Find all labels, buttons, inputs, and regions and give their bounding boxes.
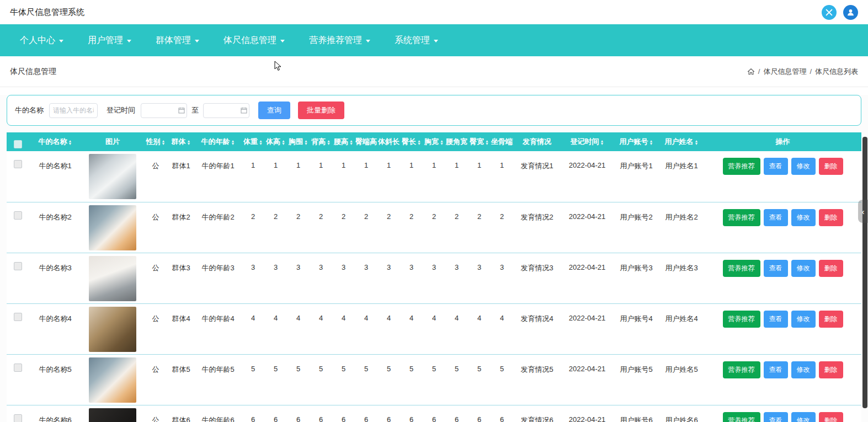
row-checkbox[interactable]: [14, 364, 22, 372]
data-table: 牛的名称▲▼图片性别▲▼群体▲▼牛的年龄▲▼体重▲▼体高▲▼胸围▲▼背高▲▼腰高…: [7, 132, 861, 422]
edit-button[interactable]: 修改: [791, 412, 816, 422]
column-header-ischium-end-width[interactable]: 坐骨端宽▲▼: [491, 132, 513, 151]
column-header-rump-length[interactable]: 臀长▲▼: [400, 132, 423, 151]
column-header-user-name[interactable]: 用户姓名▲▼: [659, 132, 704, 151]
delete-button[interactable]: 删除: [819, 260, 843, 277]
sort-icon[interactable]: ▲▼: [162, 140, 166, 145]
column-header-label: 胸宽: [424, 137, 439, 146]
row-checkbox[interactable]: [14, 414, 22, 422]
column-header-user-account[interactable]: 用户账号▲▼: [614, 132, 659, 151]
delete-button[interactable]: 删除: [819, 311, 843, 328]
view-button[interactable]: 查看: [764, 311, 788, 328]
nutrition-recommend-button[interactable]: 营养推荐: [723, 361, 760, 378]
column-header-register-time[interactable]: 登记时间▲▼: [561, 132, 614, 151]
close-icon[interactable]: [822, 5, 837, 20]
column-header-rump-end-height[interactable]: 臀端高▲▼: [355, 132, 377, 151]
column-header-chest-girth[interactable]: 胸围▲▼: [287, 132, 310, 151]
cell-measurement-8: 5: [400, 354, 423, 405]
filter-panel: 牛的名称 登记时间 至 查询 批量删除: [7, 95, 861, 126]
column-header-gender[interactable]: 性别▲▼: [143, 132, 168, 151]
view-button[interactable]: 查看: [764, 158, 788, 175]
cell-measurement-12: 1: [491, 151, 513, 202]
cell-gender: 公: [143, 202, 168, 253]
sort-icon[interactable]: ▲▼: [349, 140, 353, 145]
view-button[interactable]: 查看: [764, 209, 788, 226]
cell-measurement-10: 2: [445, 202, 468, 253]
sort-icon[interactable]: ▲▼: [259, 140, 263, 145]
column-header-group[interactable]: 群体▲▼: [168, 132, 194, 151]
nav-item-body-size-management[interactable]: 体尺信息管理: [211, 24, 297, 56]
register-time-from-input[interactable]: [141, 103, 187, 118]
column-header-name[interactable]: 牛的名称▲▼: [29, 132, 82, 151]
user-icon[interactable]: [843, 5, 858, 20]
delete-button[interactable]: 删除: [819, 209, 843, 226]
row-checkbox[interactable]: [14, 211, 22, 220]
nav-item-user-management[interactable]: 用户管理: [76, 24, 143, 56]
cell-name: 牛的名称4: [29, 303, 82, 354]
sort-icon[interactable]: ▲▼: [440, 140, 444, 145]
column-header-age[interactable]: 牛的年龄▲▼: [194, 132, 242, 151]
column-header-chest-width[interactable]: 胸宽▲▼: [423, 132, 445, 151]
cell-measurement-3: 4: [287, 303, 310, 354]
cell-photo: [82, 151, 143, 202]
sort-icon[interactable]: ▲▼: [187, 140, 191, 145]
nav-item-system-management[interactable]: 系统管理: [382, 24, 450, 56]
column-header-weight[interactable]: 体重▲▼: [242, 132, 264, 151]
breadcrumb-item[interactable]: 体尺信息管理: [763, 67, 806, 77]
nutrition-recommend-button[interactable]: 营养推荐: [723, 209, 760, 226]
delete-button[interactable]: 删除: [819, 412, 843, 422]
column-header-body-height[interactable]: 体高▲▼: [264, 132, 287, 151]
column-header-back-height[interactable]: 背高▲▼: [310, 132, 332, 151]
row-checkbox[interactable]: [14, 160, 22, 168]
nutrition-recommend-button[interactable]: 营养推荐: [723, 260, 760, 277]
column-header-waist-height[interactable]: 腰高▲▼: [332, 132, 355, 151]
edit-button[interactable]: 修改: [791, 209, 816, 226]
cell-development: 发育情况6: [513, 405, 561, 422]
view-button[interactable]: 查看: [764, 260, 788, 277]
edit-button[interactable]: 修改: [791, 311, 816, 328]
cell-measurement-4: 4: [310, 303, 332, 354]
nutrition-recommend-button[interactable]: 营养推荐: [723, 412, 760, 422]
chevron-down-icon: [59, 40, 63, 42]
nutrition-recommend-button[interactable]: 营养推荐: [723, 158, 760, 175]
home-icon[interactable]: [747, 68, 755, 76]
nutrition-recommend-button[interactable]: 营养推荐: [723, 311, 760, 328]
view-button[interactable]: 查看: [764, 361, 788, 378]
collapse-panel-toggle[interactable]: ‹: [858, 200, 868, 223]
select-all-checkbox[interactable]: [14, 140, 22, 148]
cell-measurement-6: 2: [355, 202, 377, 253]
delete-button[interactable]: 删除: [819, 361, 843, 378]
cell-measurement-11: 5: [468, 354, 491, 405]
cattle-name-input[interactable]: [49, 103, 98, 118]
nav-item-group-management[interactable]: 群体管理: [143, 24, 211, 56]
row-checkbox[interactable]: [14, 262, 22, 270]
column-header-rump-width[interactable]: 臀宽▲▼: [468, 132, 491, 151]
column-header-body-oblique-length[interactable]: 体斜长▲▼: [377, 132, 400, 151]
sort-icon[interactable]: ▲▼: [600, 140, 604, 145]
sort-icon[interactable]: ▲▼: [417, 140, 421, 145]
nav-item-personal-center[interactable]: 个人中心: [8, 24, 76, 56]
sort-icon[interactable]: ▲▼: [304, 140, 308, 145]
query-button[interactable]: 查询: [258, 102, 290, 119]
row-checkbox[interactable]: [14, 313, 22, 321]
sort-icon[interactable]: ▲▼: [485, 140, 489, 145]
sort-icon[interactable]: ▲▼: [695, 140, 699, 145]
cell-group: 群体2: [168, 202, 194, 253]
column-header-label: 登记时间: [571, 137, 599, 146]
view-button[interactable]: 查看: [764, 412, 788, 422]
edit-button[interactable]: 修改: [791, 260, 816, 277]
batch-delete-button[interactable]: 批量删除: [298, 102, 344, 119]
nav-item-nutrition-recommendation-management[interactable]: 营养推荐管理: [297, 24, 382, 56]
delete-button[interactable]: 删除: [819, 158, 843, 175]
column-header-waist-angle-width[interactable]: 腰角宽▲▼: [445, 132, 468, 151]
edit-button[interactable]: 修改: [791, 158, 816, 175]
sort-icon[interactable]: ▲▼: [281, 140, 285, 145]
sort-icon[interactable]: ▲▼: [649, 140, 653, 145]
sort-icon[interactable]: ▲▼: [327, 140, 331, 145]
register-time-to-input[interactable]: [203, 103, 249, 118]
sort-icon[interactable]: ▲▼: [68, 140, 72, 145]
cell-gender: 公: [143, 303, 168, 354]
vertical-scrollbar[interactable]: [862, 137, 867, 408]
edit-button[interactable]: 修改: [791, 361, 816, 378]
sort-icon[interactable]: ▲▼: [231, 140, 235, 145]
